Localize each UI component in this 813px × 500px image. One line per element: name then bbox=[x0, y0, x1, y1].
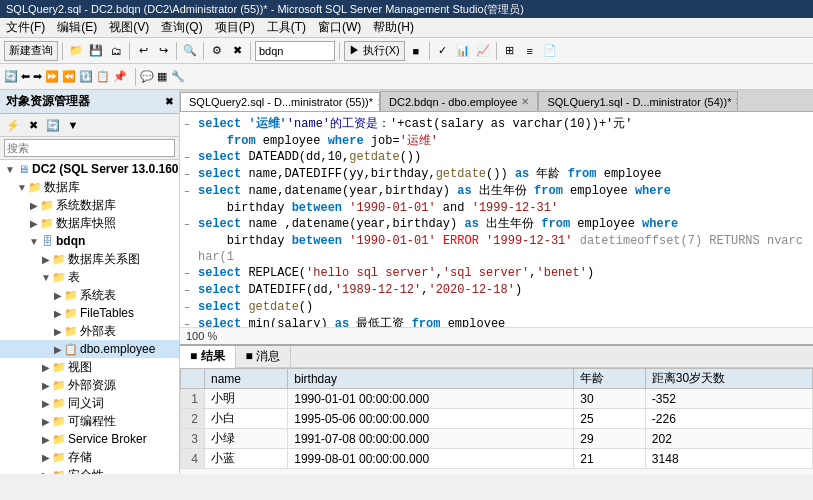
code-line-6: –select name ,datename(year,birthday) as… bbox=[184, 216, 809, 233]
tab-0[interactable]: SQLQuery2.sql - D...ministrator (55))*✕ bbox=[180, 92, 380, 112]
results-text-icon[interactable]: ≡ bbox=[521, 42, 539, 60]
tab-2[interactable]: SQLQuery1.sql - D...ministrator (54))*✕ bbox=[538, 91, 738, 111]
tree-item-13[interactable]: ▶ 📁 同义词 bbox=[0, 394, 179, 412]
line-content[interactable]: from employee where job='运维' bbox=[198, 133, 809, 149]
line-content[interactable]: select name,DATEDIFF(yy,birthday,getdate… bbox=[198, 166, 809, 182]
menu-item[interactable]: 查询(Q) bbox=[155, 17, 208, 38]
tree-item-2[interactable]: ▶ 📁 系统数据库 bbox=[0, 196, 179, 214]
tree-toggle: ▶ bbox=[40, 416, 52, 427]
results-grid-icon[interactable]: ⊞ bbox=[501, 42, 519, 60]
tab-label: SQLQuery2.sql - D...ministrator (55))* bbox=[189, 96, 373, 108]
code-line-2: –select DATEADD(dd,10,getdate()) bbox=[184, 149, 809, 166]
menu-item[interactable]: 工具(T) bbox=[261, 17, 312, 38]
line-content[interactable]: birthday between '1990-01-01' ERROR '199… bbox=[198, 233, 809, 265]
undo-icon[interactable]: ↩ bbox=[134, 42, 152, 60]
line-content[interactable]: select DATEADD(dd,10,getdate()) bbox=[198, 149, 809, 165]
save-all-icon[interactable]: 🗂 bbox=[107, 42, 125, 60]
tree-search-input[interactable] bbox=[4, 139, 175, 157]
line-arrow: – bbox=[184, 116, 198, 133]
menu-item[interactable]: 帮助(H) bbox=[367, 17, 420, 38]
line-content[interactable]: select REPLACE('hello sql server','sql s… bbox=[198, 265, 809, 281]
tree-label: 表 bbox=[68, 269, 80, 286]
line-content[interactable]: select name,datename(year,birthday) as 出… bbox=[198, 183, 809, 199]
tree-item-5[interactable]: ▶ 📁 数据库关系图 bbox=[0, 250, 179, 268]
filter-icon[interactable]: ▼ bbox=[64, 116, 82, 134]
refresh-icon[interactable]: 🔄 bbox=[44, 116, 62, 134]
connect-db-icon[interactable]: ⚡ bbox=[4, 116, 22, 134]
line-content[interactable]: select DATEDIFF(dd,'1989-12-12','2020-12… bbox=[198, 282, 809, 298]
tree-label: 系统数据库 bbox=[56, 197, 116, 214]
result-tab-1[interactable]: ■ 消息 bbox=[236, 346, 292, 368]
tree-item-15[interactable]: ▶ 📁 Service Broker bbox=[0, 430, 179, 448]
right-panel: SQLQuery2.sql - D...ministrator (55))*✕D… bbox=[180, 90, 813, 474]
toolbar-row-2: 🔄 ⬅ ➡ ⏩ ⏪ 🔃 📋 📌 💬 ▦ 🔧 bbox=[0, 64, 813, 90]
result-tab-0[interactable]: ■ 结果 bbox=[180, 346, 236, 368]
tree-toggle: ▶ bbox=[40, 254, 52, 265]
include-client-stats-icon[interactable]: 📈 bbox=[474, 42, 492, 60]
tree-item-9[interactable]: ▶ 📁 外部表 bbox=[0, 322, 179, 340]
tree-item-11[interactable]: ▶ 📁 视图 bbox=[0, 358, 179, 376]
folder-icon: 📁 bbox=[64, 306, 78, 320]
search-icon[interactable]: 🔍 bbox=[181, 42, 199, 60]
tree-item-14[interactable]: ▶ 📁 可编程性 bbox=[0, 412, 179, 430]
tree-toggle: ▶ bbox=[40, 362, 52, 373]
panel-close-btn[interactable]: ✖ bbox=[165, 96, 173, 107]
disconnect-icon[interactable]: ✖ bbox=[228, 42, 246, 60]
line-arrow: – bbox=[184, 149, 198, 166]
tree-item-0[interactable]: ▼ 🖥 DC2 (SQL Server 13.0.1601.5 - DC2\ bbox=[0, 160, 179, 178]
menu-item[interactable]: 项目(P) bbox=[209, 17, 261, 38]
folder-icon: 📁 bbox=[52, 396, 66, 410]
table-cell-3-3: 21 bbox=[574, 449, 646, 469]
menu-item[interactable]: 文件(F) bbox=[0, 17, 51, 38]
include-actual-plan-icon[interactable]: 📊 bbox=[454, 42, 472, 60]
line-content[interactable]: select getdate() bbox=[198, 299, 809, 315]
sep6 bbox=[339, 42, 340, 60]
tree-item-12[interactable]: ▶ 📁 外部资源 bbox=[0, 376, 179, 394]
tree-item-1[interactable]: ▼ 📁 数据库 bbox=[0, 178, 179, 196]
object-explorer-title: 对象资源管理器 bbox=[6, 93, 90, 110]
disconnect-db-icon[interactable]: ✖ bbox=[24, 116, 42, 134]
tab-1[interactable]: DC2.bdqn - dbo.employee✕ bbox=[380, 91, 538, 111]
table-header: namebirthday年龄距离30岁天数 bbox=[181, 369, 813, 389]
folder-icon: 📁 bbox=[52, 432, 66, 446]
sql-editor[interactable]: –select '运维''name'的工资是：'+cast(salary as … bbox=[180, 112, 813, 327]
tree-toggle: ▶ bbox=[28, 200, 40, 211]
tree-item-17[interactable]: ▶ 📁 安全性 bbox=[0, 466, 179, 474]
sep1 bbox=[62, 42, 63, 60]
line-content[interactable]: select name ,datename(year,birthday) as … bbox=[198, 216, 809, 232]
tree-label: 存储 bbox=[68, 449, 92, 466]
save-icon[interactable]: 💾 bbox=[87, 42, 105, 60]
left-panel-toolbar: ⚡ ✖ 🔄 ▼ bbox=[0, 114, 179, 137]
tree-item-6[interactable]: ▼ 📁 表 bbox=[0, 268, 179, 286]
tree-item-7[interactable]: ▶ 📁 系统表 bbox=[0, 286, 179, 304]
connect-icon[interactable]: ⚙ bbox=[208, 42, 226, 60]
tree-label: DC2 (SQL Server 13.0.1601.5 - DC2\ bbox=[32, 162, 179, 176]
parse-icon[interactable]: ✓ bbox=[434, 42, 452, 60]
tab-close-icon[interactable]: ✕ bbox=[521, 96, 529, 107]
tree-item-8[interactable]: ▶ 📁 FileTables bbox=[0, 304, 179, 322]
table-cell-2-4: 202 bbox=[645, 429, 812, 449]
tree-item-3[interactable]: ▶ 📁 数据库快照 bbox=[0, 214, 179, 232]
open-icon[interactable]: 📁 bbox=[67, 42, 85, 60]
tab-close-icon[interactable]: ✕ bbox=[377, 97, 380, 108]
line-content[interactable]: select '运维''name'的工资是：'+cast(salary as v… bbox=[198, 116, 809, 132]
line-content[interactable]: birthday between '1990-01-01' and '1999-… bbox=[198, 200, 809, 216]
table-row: 4小蓝1999-08-01 00:00:00.000213148 bbox=[181, 449, 813, 469]
menu-item[interactable]: 视图(V) bbox=[103, 17, 155, 38]
tab-close-icon[interactable]: ✕ bbox=[735, 96, 738, 107]
tree-item-10[interactable]: ▶ 📋 dbo.employee bbox=[0, 340, 179, 358]
execute-btn[interactable]: ▶ 执行(X) bbox=[344, 41, 405, 61]
redo-icon[interactable]: ↪ bbox=[154, 42, 172, 60]
new-query-btn[interactable]: 新建查询 bbox=[4, 41, 58, 61]
table-row: 1小明1990-01-01 00:00:00.00030-352 bbox=[181, 389, 813, 409]
database-selector[interactable] bbox=[255, 41, 335, 61]
table-cell-2-3: 29 bbox=[574, 429, 646, 449]
tree-item-4[interactable]: ▼ 🗄 bdqn bbox=[0, 232, 179, 250]
tab-label: DC2.bdqn - dbo.employee bbox=[389, 96, 517, 108]
line-content[interactable]: select min(salary) as 最低工资 from employee bbox=[198, 316, 809, 327]
menu-item[interactable]: 编辑(E) bbox=[51, 17, 103, 38]
cancel-exec-icon[interactable]: ■ bbox=[407, 42, 425, 60]
results-file-icon[interactable]: 📄 bbox=[541, 42, 559, 60]
menu-item[interactable]: 窗口(W) bbox=[312, 17, 367, 38]
tree-item-16[interactable]: ▶ 📁 存储 bbox=[0, 448, 179, 466]
